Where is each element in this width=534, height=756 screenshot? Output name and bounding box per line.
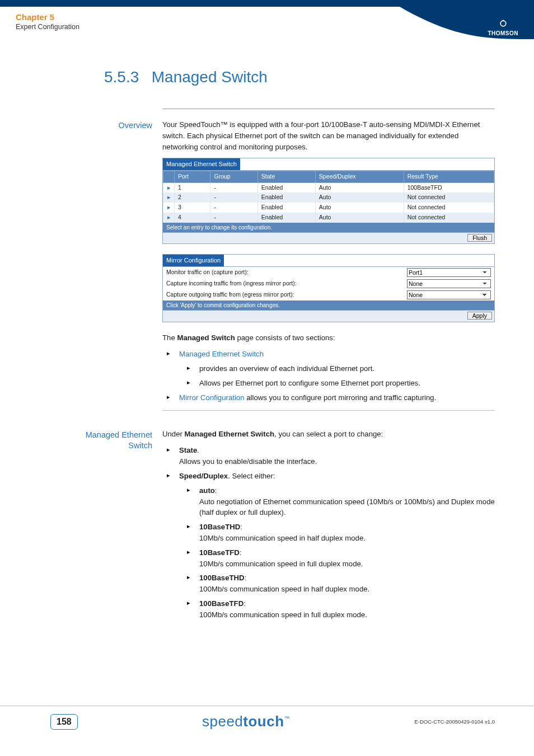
mes-col-group: Group	[210, 171, 257, 182]
sd-label: Speed/Duplex	[179, 472, 228, 480]
mes-col-speed: Speed/Duplex	[315, 171, 404, 182]
mes-block-label: Managed Ethernet Switch	[73, 429, 162, 624]
cell-state: Enabled	[257, 182, 315, 192]
thomson-text: THOMSON	[488, 30, 518, 36]
mes-intro: Under Managed Ethernet Switch, you can s…	[162, 429, 495, 440]
mes-panel: Managed Ethernet Switch Port Group State…	[162, 158, 495, 244]
cell-speed: Auto	[315, 192, 404, 203]
list-item: 100BaseTHD: 100Mb/s communication speed …	[182, 572, 495, 595]
list-item: State. Allows you to enable/disable the …	[162, 445, 495, 467]
mirror-row-label: Monitor traffic on (capture port):	[166, 268, 407, 277]
mirror-panel: Mirror Configuration Monitor traffic on …	[162, 254, 495, 322]
divider	[162, 109, 495, 109]
page-header: Chapter 5 Expert Configuration THOMSON	[0, 7, 534, 46]
mes-hint: Select an entry to change its configurat…	[163, 223, 494, 232]
list-item: 10BaseTHD: 10Mb/s communication speed in…	[182, 522, 495, 544]
mes-col-port: Port	[175, 171, 210, 182]
list-item: 100BaseTFD: 100Mb/s communication speed …	[182, 598, 495, 621]
cell-speed: Auto	[315, 213, 404, 223]
mirror-row-label: Capture outgoing traffic from (egress mi…	[166, 290, 407, 299]
cell-group: -	[210, 203, 257, 213]
state-desc: Allows you to enable/disable the interfa…	[179, 457, 317, 466]
overview-paragraph: Your SpeedTouch™ is equipped with a four…	[162, 119, 495, 152]
list-item: provides an overview of each individual …	[182, 363, 495, 374]
link-mirror[interactable]: Mirror Configuration	[179, 393, 245, 402]
state-label: State	[179, 446, 197, 454]
cell-state: Enabled	[257, 203, 315, 213]
cell-group: -	[210, 192, 257, 203]
cell-group: -	[210, 213, 257, 223]
capture-port-select[interactable]	[407, 268, 491, 277]
table-row[interactable]: ▸ 2 - Enabled Auto Not connected	[163, 192, 494, 203]
cell-result: Not connected	[404, 213, 494, 223]
table-row[interactable]: ▸ 4 - Enabled Auto Not connected	[163, 213, 494, 223]
list-item: auto: Auto negotiation of Ethernet commu…	[182, 485, 495, 518]
cell-speed: Auto	[315, 182, 404, 192]
mes-col-arrow	[163, 171, 175, 182]
apply-button[interactable]: Apply	[467, 312, 492, 320]
list-item: Allows per Ethernet port to configure so…	[182, 378, 495, 389]
mes-table: Port Group State Speed/Duplex Result Typ…	[163, 171, 494, 223]
list-item: 10BaseTFD: 10Mb/s communication speed in…	[182, 547, 495, 570]
flush-button[interactable]: Flush	[467, 234, 492, 242]
mes-col-result: Result Type	[404, 171, 494, 182]
cell-group: -	[210, 182, 257, 192]
link-mes[interactable]: Managed Ethernet Switch	[179, 350, 264, 358]
thomson-logo: THOMSON	[488, 19, 518, 36]
sd-suffix: . Select either:	[228, 472, 275, 480]
cell-port: 4	[175, 213, 210, 223]
egress-port-select[interactable]	[407, 290, 491, 299]
list-item: Managed Ethernet Switch provides an over…	[162, 349, 495, 388]
doc-id: E-DOC-CTC-20050429-0104 v1.0	[414, 719, 495, 725]
section-number: 5.5.3	[104, 68, 139, 86]
row-arrow-icon: ▸	[163, 203, 175, 213]
sections-intro: The Managed Switch page consists of two …	[162, 332, 495, 344]
cell-result: 100BaseTFD	[404, 182, 494, 192]
svg-point-1	[502, 20, 504, 22]
table-row[interactable]: ▸ 3 - Enabled Auto Not connected	[163, 203, 494, 213]
cell-port: 3	[175, 203, 210, 213]
mirror-panel-title: Mirror Configuration	[163, 255, 224, 266]
cell-result: Not connected	[404, 192, 494, 203]
row-arrow-icon: ▸	[163, 213, 175, 223]
cell-speed: Auto	[315, 203, 404, 213]
section-title: Managed Switch	[152, 68, 268, 86]
table-row[interactable]: ▸ 1 - Enabled Auto 100BaseTFD	[163, 182, 494, 192]
row-arrow-icon: ▸	[163, 192, 175, 203]
ingress-port-select[interactable]	[407, 279, 491, 288]
svg-point-0	[500, 21, 506, 26]
divider	[162, 410, 495, 411]
section-heading: 5.5.3 Managed Switch	[104, 68, 495, 86]
cell-state: Enabled	[257, 192, 315, 203]
overview-label: Overview	[73, 119, 162, 419]
list-item: Speed/Duplex. Select either: auto: Auto …	[162, 471, 495, 621]
mirror-hint: Click 'Apply' to commit configuration ch…	[163, 300, 494, 310]
speedtouch-logo: speedtouch™	[78, 713, 415, 730]
cell-state: Enabled	[257, 213, 315, 223]
list-item: Mirror Configuration allows you to confi…	[162, 392, 495, 403]
cell-port: 2	[175, 192, 210, 203]
page-number: 158	[50, 714, 78, 730]
cell-port: 1	[175, 182, 210, 192]
mes-panel-title: Managed Ethernet Switch	[163, 158, 240, 170]
page-footer: 158 speedtouch™ E-DOC-CTC-20050429-0104 …	[0, 706, 534, 737]
row-arrow-icon: ▸	[163, 182, 175, 192]
list-item-text: allows you to configure port mirroring a…	[245, 393, 437, 402]
mes-col-state: State	[257, 171, 315, 182]
cell-result: Not connected	[404, 203, 494, 213]
mirror-row-label: Capture incoming traffic from (ingress m…	[166, 279, 407, 288]
